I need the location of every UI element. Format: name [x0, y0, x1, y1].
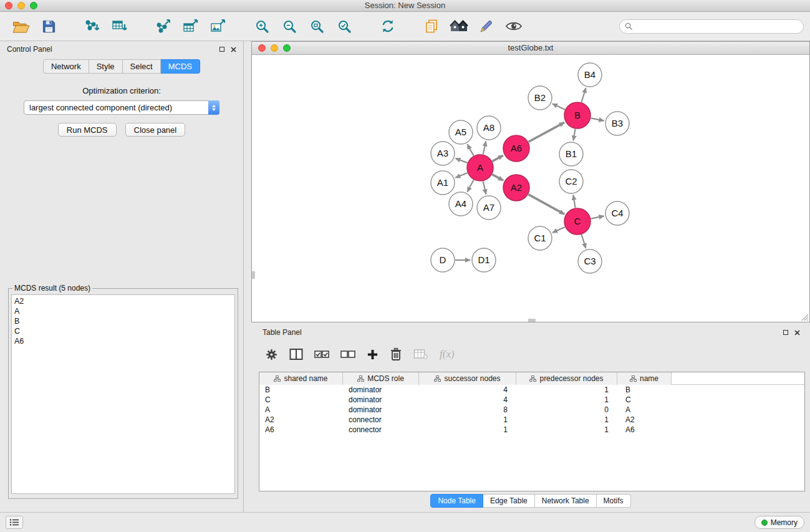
delete-table-button-disabled[interactable] — [413, 349, 428, 360]
graph-node-C2[interactable]: C2 — [559, 170, 583, 193]
graph-edge-A-A6[interactable] — [492, 155, 503, 161]
close-panel-icon[interactable] — [231, 47, 236, 52]
close-window-button[interactable] — [5, 2, 12, 9]
table-row[interactable]: Bdominator41B — [259, 385, 804, 395]
graph-node-A6[interactable]: A6 — [503, 135, 529, 162]
column-header-successor-nodes[interactable]: successor nodes — [419, 372, 516, 385]
graph-node-A5[interactable]: A5 — [449, 120, 473, 144]
mcds-result-item[interactable]: A6 — [14, 336, 232, 346]
vertical-scrollbar-thumb[interactable] — [252, 271, 255, 279]
graph-node-D1[interactable]: D1 — [472, 248, 496, 272]
mcds-result-item[interactable]: A2 — [14, 296, 232, 306]
graph-edge-A-A1[interactable] — [455, 173, 467, 178]
graph-edge-B-B1[interactable] — [574, 129, 576, 141]
select-all-columns-button[interactable] — [314, 349, 329, 360]
close-table-panel-icon[interactable] — [794, 330, 800, 336]
annotation-button[interactable] — [473, 14, 500, 38]
search-input[interactable] — [637, 22, 798, 31]
zoom-in-button[interactable] — [248, 14, 276, 38]
task-history-button[interactable] — [6, 516, 23, 529]
graph-edge-A-A7[interactable] — [483, 181, 486, 195]
table-settings-button[interactable] — [265, 348, 278, 361]
zoom-out-button[interactable] — [276, 14, 303, 38]
column-header-MCDS-role[interactable]: MCDS role — [343, 372, 419, 385]
memory-button[interactable]: Memory — [755, 516, 804, 529]
graph-node-A1[interactable]: A1 — [431, 171, 455, 195]
graph-edge-A-A2[interactable] — [492, 175, 503, 181]
unselect-all-columns-button[interactable] — [340, 349, 355, 360]
graph-node-A2[interactable]: A2 — [503, 175, 529, 201]
optimization-criterion-select[interactable]: largest connected component (directed) — [24, 100, 219, 115]
graph-node-B4[interactable]: B4 — [578, 63, 602, 87]
toggle-details-button[interactable] — [500, 14, 528, 38]
tab-select[interactable]: Select — [123, 59, 161, 74]
graph-node-A3[interactable]: A3 — [431, 142, 455, 165]
tab-edge-table[interactable]: Edge Table — [483, 494, 535, 508]
graph-node-B3[interactable]: B3 — [605, 112, 629, 135]
mcds-result-item[interactable]: A — [14, 306, 232, 316]
equation-builder-button[interactable]: f(x) — [440, 348, 455, 360]
tab-network-table[interactable]: Network Table — [535, 494, 597, 508]
show-columns-button[interactable] — [289, 348, 303, 360]
table-row[interactable]: A2connector11A2 — [259, 415, 804, 425]
show-documents-button[interactable] — [418, 14, 445, 38]
mcds-result-item[interactable]: C — [14, 326, 232, 336]
graph-edge-C-C2[interactable] — [573, 195, 575, 208]
table-row[interactable]: A6connector11A6 — [259, 425, 804, 435]
network-canvas[interactable]: B4B2BB3A5A8A6B1A3AC2A1A2A4A7C4CC1C3DD1 — [252, 55, 809, 322]
graph-edge-A-A5[interactable] — [468, 144, 474, 155]
table-row[interactable]: Cdominator41C — [259, 395, 804, 405]
graph-edge-B-B4[interactable] — [582, 88, 586, 102]
graph-node-B[interactable]: B — [564, 102, 591, 128]
tab-motifs[interactable]: Motifs — [597, 494, 631, 508]
save-session-button[interactable] — [35, 14, 62, 38]
graph-node-C3[interactable]: C3 — [578, 249, 602, 273]
close-panel-button[interactable]: Close panel — [125, 123, 186, 137]
graph-node-C4[interactable]: C4 — [605, 201, 629, 225]
mcds-result-list[interactable]: A2ABCA6 — [11, 294, 235, 494]
column-header-shared-name[interactable]: shared name — [259, 372, 343, 385]
zoom-network-window-button[interactable] — [283, 44, 291, 52]
graph-node-B2[interactable]: B2 — [528, 86, 552, 110]
column-header-predecessor-nodes[interactable]: predecessor nodes — [516, 372, 617, 385]
zoom-fit-button[interactable] — [303, 14, 330, 38]
tab-network[interactable]: Network — [43, 59, 89, 74]
graph-edge-C-C4[interactable] — [591, 216, 604, 218]
zoom-window-button[interactable] — [30, 2, 37, 9]
export-image-button[interactable] — [205, 14, 232, 38]
graph-edge-B-B3[interactable] — [591, 118, 604, 120]
graph-node-A4[interactable]: A4 — [449, 192, 473, 216]
column-header-name[interactable]: name — [617, 372, 672, 385]
zoom-selected-button[interactable] — [330, 14, 358, 38]
tab-style[interactable]: Style — [89, 59, 123, 74]
float-table-panel-icon[interactable] — [783, 330, 788, 335]
horizontal-scrollbar-thumb[interactable] — [528, 319, 536, 322]
delete-columns-button[interactable] — [390, 347, 402, 361]
run-mcds-button[interactable]: Run MCDS — [58, 123, 117, 137]
graph-node-B1[interactable]: B1 — [559, 142, 583, 166]
create-column-button[interactable] — [367, 349, 378, 360]
graph-node-C[interactable]: C — [564, 208, 591, 235]
graph-edge-A2-C[interactable] — [528, 195, 564, 215]
export-table-button[interactable] — [177, 14, 205, 38]
float-panel-icon[interactable] — [219, 47, 224, 52]
graph-edge-C-C1[interactable] — [552, 227, 565, 233]
graph-node-A8[interactable]: A8 — [477, 116, 501, 140]
resize-grip-icon[interactable] — [800, 312, 809, 321]
graph-edge-C-C3[interactable] — [582, 235, 586, 248]
network-graph[interactable]: B4B2BB3A5A8A6B1A3AC2A1A2A4A7C4CC1C3DD1 — [252, 55, 809, 322]
graph-edge-A-A3[interactable] — [456, 158, 468, 163]
tab-mcds[interactable]: MCDS — [161, 59, 200, 74]
open-session-button[interactable] — [7, 14, 35, 38]
import-table-button[interactable] — [106, 14, 133, 38]
graph-node-A[interactable]: A — [467, 155, 493, 181]
minimize-network-window-button[interactable] — [271, 44, 278, 52]
close-network-window-button[interactable] — [258, 44, 266, 52]
graph-node-C1[interactable]: C1 — [528, 226, 552, 250]
graph-edge-A-A4[interactable] — [467, 180, 473, 191]
import-network-button[interactable] — [79, 14, 106, 38]
export-network-button[interactable] — [150, 14, 177, 38]
refresh-layout-button[interactable] — [374, 14, 402, 38]
minimize-window-button[interactable] — [17, 2, 25, 9]
graph-edge-A-A8[interactable] — [483, 142, 486, 155]
